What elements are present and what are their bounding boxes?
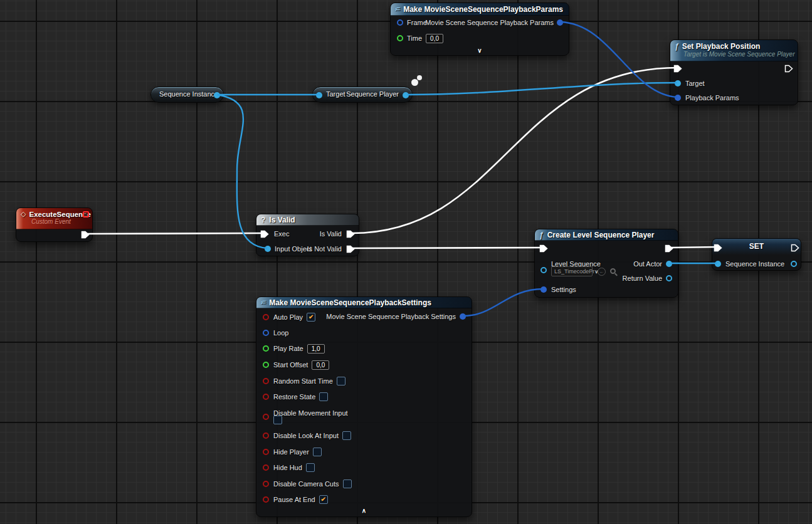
restore-state-pin[interactable] [263,394,269,400]
sequence-instance-in-pin[interactable] [715,261,721,267]
sequence-player-out-pin[interactable] [403,92,409,98]
out-actor-label: Out Actor [633,259,662,269]
random-start-time-pin[interactable] [263,378,269,384]
comment-bubble-icon [411,79,418,86]
target-pin[interactable] [675,80,681,86]
node-set-playback-position[interactable]: ƒ Set Playback Position Target is Movie … [670,39,798,105]
wire-struct-settings-to-create [463,289,543,316]
exec-in-pin[interactable] [673,65,682,73]
play-rate-pin[interactable] [263,345,269,352]
restore-state-checkbox[interactable] [319,392,328,401]
random-start-time-label: Random Start Time [273,376,333,386]
playback-params-pin[interactable] [675,95,681,101]
loop-label: Loop [273,328,288,338]
node-title: Set Playback Position [682,42,761,51]
play-rate-label: Play Rate [273,343,303,354]
collapse-chevron-icon[interactable]: ∨ [391,47,569,54]
time-pin[interactable] [397,35,403,41]
hide-player-label: Hide Player [273,447,309,457]
disable-look-at-input-label: Disable Look At Input [273,431,339,441]
hide-player-pin[interactable] [263,449,269,455]
node-create-level-sequence-player[interactable]: ƒ Create Level Sequence Player Level Seq… [534,229,678,298]
sequence-instance-out-pin[interactable] [791,261,797,267]
is-valid-label: Is Valid [320,229,342,239]
node-title: Make MovieSceneSequencePlaybackSettings [269,298,431,307]
sequence-player-label: Sequence Player [346,90,399,98]
start-offset-label: Start Offset [273,360,308,370]
settings-output-pin[interactable] [460,313,466,320]
hide-hud-pin[interactable] [263,464,269,471]
exec-out-pin[interactable] [784,65,793,73]
node-execute-sequence[interactable]: ◇ ExecuteSequence Custom Event [16,207,93,242]
loop-pin[interactable] [263,330,269,336]
sequence-instance-out-pin[interactable] [214,92,220,98]
random-start-time-checkbox[interactable] [337,377,345,385]
level-sequence-pin[interactable] [540,267,547,273]
exec-in-pin[interactable] [260,230,269,238]
disable-movement-input-checkbox[interactable] [273,416,282,424]
node-make-playback-settings[interactable]: ›= Make MovieSceneSequencePlaybackSettin… [256,296,472,517]
return-value-label: Return Value [623,273,662,283]
node-title: Create Level Sequence Player [547,231,655,239]
start-offset-pin[interactable] [263,362,269,368]
exec-in-pin[interactable] [714,244,722,252]
make-params-header[interactable]: ›= Make MovieSceneSequencePlaybackParams [391,3,569,16]
level-sequence-asset-dropdown[interactable]: LS_TimecodePr ∨ [551,266,593,276]
wire-obj-seqplayer-to-target [407,83,677,95]
function-icon: ƒ [675,42,679,51]
is-valid-exec-out-pin[interactable] [346,230,355,238]
create-player-header[interactable]: ƒ Create Level Sequence Player [535,229,678,241]
blueprint-graph-canvas[interactable]: ◇ ExecuteSequence Custom Event Sequence … [0,0,812,524]
make-settings-header[interactable]: ›= Make MovieSceneSequencePlaybackSettin… [256,297,472,308]
event-override-flag-icon [83,211,89,217]
restore-state-label: Restore State [273,392,315,402]
is-valid-header[interactable]: ? Is Valid [256,214,359,226]
is-not-valid-exec-out-pin[interactable] [346,245,355,253]
make-struct-icon: ›= [395,6,399,13]
exec-out-pin[interactable] [665,244,673,253]
return-value-pin[interactable] [666,275,672,281]
params-output-pin[interactable] [557,19,563,26]
node-is-valid[interactable]: ? Is Valid Exec Is Valid Input Object Is… [256,214,359,256]
play-rate-field[interactable]: 1,0 [307,344,325,354]
node-get-sequence-player[interactable]: Target Sequence Player [312,86,413,103]
disable-look-at-input-checkbox[interactable] [342,431,351,440]
pause-at-end-checkbox[interactable]: ✔ [319,495,328,504]
settings-pin[interactable] [540,286,547,293]
auto-play-pin[interactable] [263,314,269,320]
exec-out-pin[interactable] [791,244,799,252]
target-in-pin[interactable] [316,92,322,98]
exec-in-pin[interactable] [539,244,548,253]
out-actor-pin[interactable] [666,261,672,267]
disable-look-at-input-pin[interactable] [263,432,269,439]
disable-camera-cuts-checkbox[interactable] [343,479,352,488]
browse-asset-icon[interactable] [610,268,616,274]
hide-player-checkbox[interactable] [313,448,322,456]
node-make-playback-params[interactable]: ›= Make MovieSceneSequencePlaybackParams… [390,3,569,56]
wire-exec-isnotvalid-to-create [352,248,543,248]
frame-pin[interactable] [397,19,403,26]
node-set-sequence-instance[interactable]: SET Sequence Instance [712,238,801,271]
node-get-sequence-instance[interactable]: Sequence Instance [150,86,224,103]
set-playback-header[interactable]: ƒ Set Playback Position Target is Movie … [670,40,798,61]
disable-movement-input-pin[interactable] [263,414,269,420]
wire-exec-event-to-isvalid [86,233,264,234]
frame-label: Frame [407,18,427,28]
use-selected-asset-icon[interactable]: ← [598,268,606,276]
pause-at-end-row: Pause At End ✔ [273,495,328,505]
node-title: Is Valid [269,216,295,224]
disable-camera-cuts-pin[interactable] [263,481,269,487]
hide-hud-checkbox[interactable] [306,463,315,472]
hide-hud-row: Hide Hud [273,463,315,473]
input-object-pin[interactable] [265,246,271,252]
exec-out-pin[interactable] [81,231,90,239]
auto-play-checkbox[interactable]: ✔ [307,313,315,322]
function-icon: ƒ [539,231,544,239]
execute-sequence-header[interactable]: ◇ ExecuteSequence Custom Event [16,208,92,229]
disable-camera-cuts-label: Disable Camera Cuts [273,479,339,489]
disable-movement-input-row: Disable Movement Input [273,408,348,418]
pause-at-end-pin[interactable] [263,496,269,503]
time-value-field[interactable]: 0,0 [426,34,443,43]
start-offset-field[interactable]: 0,0 [312,360,329,370]
collapse-chevron-icon[interactable]: ∧ [256,507,472,514]
